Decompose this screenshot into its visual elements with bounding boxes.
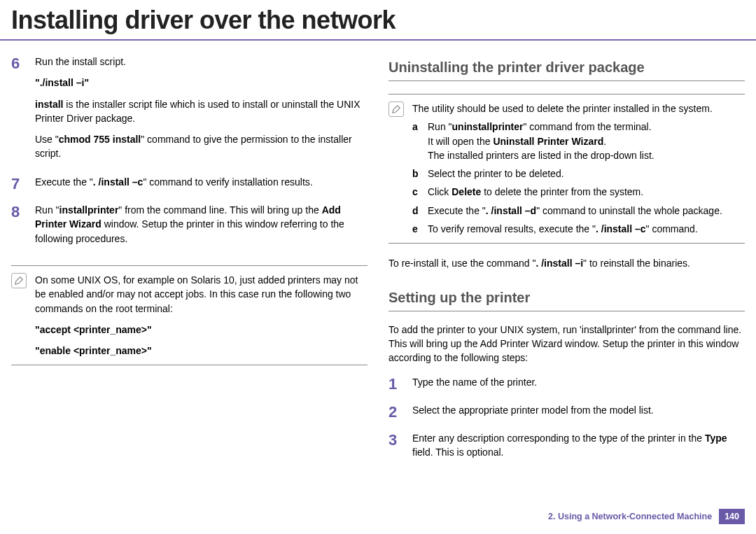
list-item-c: c Click Delete to delete the printer fro…	[412, 185, 745, 199]
list-letter: c	[412, 185, 422, 199]
section-heading-setup: Setting up the printer	[388, 288, 745, 311]
setup-step-1: 1 Type the name of the printer.	[388, 375, 745, 396]
note-icon	[11, 273, 27, 288]
left-column: 6 Run the install script. "./install –i"…	[11, 55, 368, 474]
text: Enter any description corresponding to t…	[412, 431, 745, 460]
list-item-a: a Run "uninstallprinter" command from th…	[412, 120, 745, 162]
note-icon	[388, 101, 404, 117]
note-box: The utility should be used to delete the…	[388, 94, 745, 244]
text: Click Delete to delete the printer from …	[428, 185, 745, 199]
setup-step-3: 3 Enter any description corresponding to…	[388, 431, 745, 467]
step-number: 8	[11, 203, 27, 220]
page-title: Installing driver over the network	[0, 0, 756, 41]
command: "accept <printer_name>"	[35, 323, 368, 337]
step-7: 7 Execute the ". /install –c" command to…	[11, 175, 368, 196]
step-number: 6	[11, 55, 27, 71]
text: To add the printer to your UNIX system, …	[388, 323, 745, 365]
step-body: Enter any description corresponding to t…	[412, 431, 745, 467]
step-body: Run "installprinter" from the command li…	[35, 203, 368, 253]
step-number: 7	[11, 175, 27, 192]
text: On some UNIX OS, for example on Solaris …	[35, 273, 368, 316]
list-letter: a	[412, 120, 422, 162]
text: Run the install script.	[35, 55, 368, 69]
footer-chapter: 2. Using a Network-Connected Machine	[548, 512, 712, 521]
text: Select the printer to be deleted.	[428, 167, 745, 181]
list-item-b: b Select the printer to be deleted.	[412, 167, 745, 181]
step-8: 8 Run "installprinter" from the command …	[11, 203, 368, 253]
step-6: 6 Run the install script. "./install –i"…	[11, 55, 368, 168]
section-heading-uninstall: Uninstalling the printer driver package	[388, 57, 745, 81]
text: Run "uninstallprinter" command from the …	[428, 120, 745, 162]
command: "enable <printer_name>"	[35, 344, 368, 358]
step-number: 3	[388, 431, 404, 448]
text: Execute the ". /install –d" command to u…	[428, 204, 745, 218]
right-column: Uninstalling the printer driver package …	[388, 55, 745, 474]
note-body: On some UNIX OS, for example on Solaris …	[35, 273, 368, 358]
text: Execute the ". /install –c" command to v…	[35, 175, 368, 189]
text: Type the name of the printer.	[412, 375, 745, 389]
text: Select the appropriate printer model fro…	[412, 403, 745, 417]
footer: 2. Using a Network-Connected Machine 140	[548, 509, 745, 524]
list-letter: e	[412, 222, 422, 236]
text: To re-install it, use the command ". /in…	[388, 256, 745, 270]
step-body: Type the name of the printer.	[412, 375, 745, 396]
list-letter: d	[412, 204, 422, 218]
list-item-d: d Execute the ". /install –d" command to…	[412, 204, 745, 218]
text: The utility should be used to delete the…	[412, 101, 745, 115]
step-body: Run the install script. "./install –i" i…	[35, 55, 368, 168]
text: To verify removal results, execute the "…	[428, 222, 745, 236]
list-letter: b	[412, 167, 422, 181]
step-number: 1	[388, 375, 404, 392]
command: "./install –i"	[35, 76, 368, 90]
content-columns: 6 Run the install script. "./install –i"…	[0, 41, 756, 474]
page-number: 140	[719, 509, 745, 524]
setup-step-2: 2 Select the appropriate printer model f…	[388, 403, 745, 424]
note-body: The utility should be used to delete the…	[412, 101, 745, 236]
step-body: Select the appropriate printer model fro…	[412, 403, 745, 424]
list-item-e: e To verify removal results, execute the…	[412, 222, 745, 236]
step-body: Execute the ". /install –c" command to v…	[35, 175, 368, 196]
text: Use "chmod 755 install" command to give …	[35, 132, 368, 161]
step-number: 2	[388, 403, 404, 420]
note-box: On some UNIX OS, for example on Solaris …	[11, 265, 368, 365]
text: install is the installer script file whi…	[35, 97, 368, 126]
text: Run "installprinter" from the command li…	[35, 203, 368, 246]
